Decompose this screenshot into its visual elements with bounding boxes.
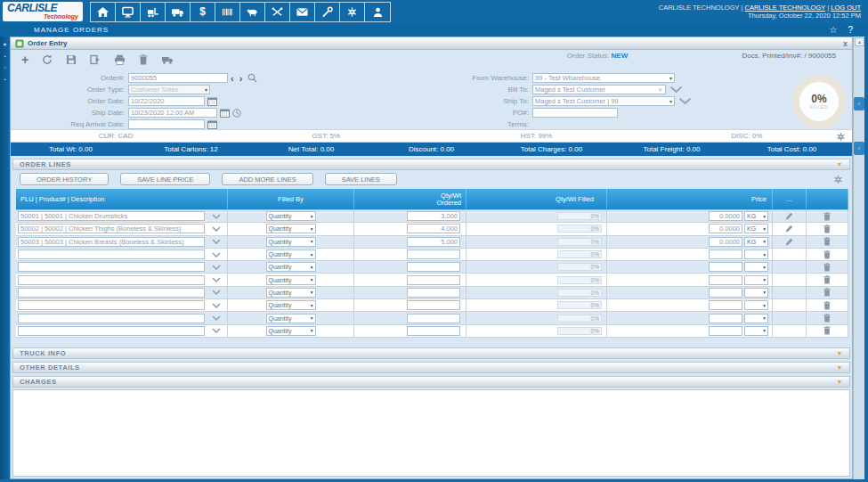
delete-icon[interactable] xyxy=(823,225,831,233)
product-input[interactable] xyxy=(18,249,205,259)
save-line-price-button[interactable]: SAVE LINE PRICE xyxy=(120,173,210,185)
ship-to-expand-button[interactable] xyxy=(679,98,691,104)
filled-by-select[interactable]: Quantity▾ xyxy=(266,314,316,323)
refresh-button[interactable] xyxy=(42,54,53,65)
grid-settings-button[interactable] xyxy=(833,175,843,184)
close-icon[interactable]: x xyxy=(843,39,848,48)
qty-ordered-input[interactable] xyxy=(407,211,460,221)
calendar-button[interactable] xyxy=(207,97,217,106)
product-input[interactable] xyxy=(18,275,205,285)
truck-button[interactable] xyxy=(166,3,191,21)
unit-select[interactable]: ▾ xyxy=(744,326,768,336)
chevron-down-icon[interactable] xyxy=(212,239,221,244)
wrench-button[interactable] xyxy=(315,3,340,21)
home-button[interactable] xyxy=(91,3,116,21)
panel-handle-icon[interactable]: ‹ xyxy=(854,97,864,110)
unit-select[interactable]: ▾ xyxy=(744,300,768,310)
add-more-lines-button[interactable]: ADD MORE LINES xyxy=(222,173,312,185)
rail-dot-icon[interactable]: • xyxy=(4,53,5,59)
barcode-button[interactable] xyxy=(215,3,240,21)
calendar-button[interactable] xyxy=(207,120,217,129)
section-order-lines[interactable]: ORDER LINES ▼ xyxy=(12,159,850,170)
livestock-button[interactable] xyxy=(240,3,265,21)
chevron-down-icon[interactable] xyxy=(212,214,221,219)
print-button[interactable] xyxy=(114,54,126,65)
sales-button[interactable]: $ xyxy=(191,3,215,21)
clear-icon[interactable]: × xyxy=(658,86,663,94)
section-truck-info[interactable]: TRUCK INFO ▼ xyxy=(12,347,850,359)
export-button[interactable] xyxy=(90,54,101,65)
delete-icon[interactable] xyxy=(823,314,831,323)
chevron-down-icon[interactable] xyxy=(212,277,221,282)
filled-by-select[interactable]: Quantity▾ xyxy=(266,300,316,310)
price-input[interactable] xyxy=(709,314,742,323)
tools-button[interactable] xyxy=(265,3,290,21)
delete-icon[interactable] xyxy=(823,237,831,246)
vertical-scrollbar[interactable]: ▲ ‹ ‹ xyxy=(853,37,864,479)
pin-icon[interactable]: ★ xyxy=(3,41,7,47)
price-input[interactable] xyxy=(709,262,742,272)
chevron-down-icon[interactable] xyxy=(212,315,221,321)
unit-select[interactable]: ▾ xyxy=(744,249,768,259)
ship-to-select[interactable]: Maged s Test Customer | 99▾ xyxy=(532,96,675,106)
chevron-down-icon[interactable] xyxy=(212,328,221,333)
product-input[interactable] xyxy=(18,211,205,221)
edit-icon[interactable] xyxy=(785,238,793,246)
unit-select[interactable]: KG▾ xyxy=(744,224,768,233)
edit-icon[interactable] xyxy=(785,225,793,233)
order-number-input[interactable] xyxy=(128,73,228,83)
settings-button[interactable] xyxy=(340,3,365,21)
rail-circle-icon[interactable]: ○ xyxy=(4,65,7,70)
delete-icon[interactable] xyxy=(823,250,831,259)
po-number-input[interactable] xyxy=(532,108,618,118)
delete-icon[interactable] xyxy=(823,301,831,310)
req-arrival-date-input[interactable] xyxy=(128,119,205,129)
from-warehouse-select[interactable]: 99 - Test Wharehouse▾ xyxy=(532,73,675,83)
unit-select[interactable]: ▾ xyxy=(744,275,768,285)
chevron-down-icon[interactable] xyxy=(212,265,221,270)
price-input[interactable] xyxy=(709,249,742,259)
product-input[interactable] xyxy=(18,288,205,298)
chevron-down-icon[interactable] xyxy=(212,226,221,232)
time-button[interactable] xyxy=(232,109,241,118)
forklift-button[interactable] xyxy=(141,3,166,21)
filled-by-select[interactable]: Quantity▾ xyxy=(266,288,316,298)
add-button[interactable]: + xyxy=(21,54,28,65)
qty-ordered-input[interactable] xyxy=(407,262,460,272)
filled-by-select[interactable]: Quantity▾ xyxy=(266,211,316,221)
order-history-button[interactable]: ORDER HISTORY xyxy=(20,173,109,185)
delete-icon[interactable] xyxy=(823,288,831,297)
qty-ordered-input[interactable] xyxy=(407,326,460,336)
section-charges[interactable]: CHARGES ▼ xyxy=(12,376,850,388)
ship-date-input[interactable] xyxy=(128,108,217,118)
delete-icon[interactable] xyxy=(823,212,831,221)
bill-to-expand-button[interactable] xyxy=(670,86,682,93)
section-other-details[interactable]: OTHER DETAILS ▼ xyxy=(12,362,850,373)
qty-ordered-input[interactable] xyxy=(407,224,460,233)
price-input[interactable] xyxy=(709,275,742,285)
filled-by-select[interactable]: Quantity▾ xyxy=(266,249,316,259)
bill-to-input[interactable]: Maged s Test Customer× xyxy=(532,85,666,94)
prev-order-button[interactable]: ‹ xyxy=(231,74,234,83)
ship-button[interactable] xyxy=(161,54,174,65)
favorite-star-icon[interactable]: ☆ xyxy=(829,25,838,35)
unit-select[interactable]: KG▾ xyxy=(744,211,768,221)
next-order-button[interactable]: › xyxy=(239,74,243,83)
delete-button[interactable] xyxy=(139,54,148,65)
product-input[interactable] xyxy=(18,300,205,310)
order-type-select[interactable]: Customer Sales▾ xyxy=(128,85,210,94)
help-icon[interactable]: ? xyxy=(848,25,854,35)
product-input[interactable] xyxy=(18,224,205,233)
calendar-button[interactable] xyxy=(220,109,230,118)
edit-icon[interactable] xyxy=(785,212,793,220)
unit-select[interactable]: ▾ xyxy=(744,314,768,323)
price-input[interactable] xyxy=(709,326,742,336)
company-link[interactable]: CARLISLE TECHNOLOGY xyxy=(745,4,826,12)
product-input[interactable] xyxy=(18,314,205,323)
monitor-button[interactable] xyxy=(116,3,141,21)
price-input[interactable] xyxy=(709,211,742,221)
qty-ordered-input[interactable] xyxy=(407,249,460,259)
mail-button[interactable] xyxy=(290,3,315,21)
product-input[interactable] xyxy=(18,237,205,247)
delete-icon[interactable] xyxy=(823,275,831,284)
